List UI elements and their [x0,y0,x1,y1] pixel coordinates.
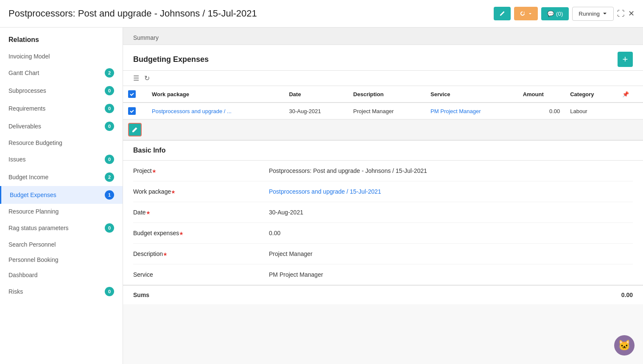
table-row: Postprocessors and upgrade / ... 30-Aug-… [123,103,643,119]
info-value-description: Project Manager [269,250,313,257]
sidebar: Relations Invoicing Model Gantt Chart 2 … [0,28,123,364]
sidebar-item-budget-expenses[interactable]: Budget Expenses 1 [0,186,123,204]
sidebar-item-dashboard[interactable]: Dashboard [0,267,123,283]
inline-edit-button[interactable] [128,123,142,136]
edit-row-cell [123,119,147,140]
edit-row-empty [147,119,643,140]
info-value-work-package[interactable]: Postprocessors and upgrade / 15-Jul-2021 [269,188,381,195]
info-row-work-package: Work package★ Postprocessors and upgrade… [133,181,633,202]
sidebar-item-personnel-booking[interactable]: Personnel Booking [0,252,123,267]
row-date: 30-Aug-2021 [284,103,348,119]
row-work-package[interactable]: Postprocessors and upgrade / ... [147,103,284,119]
comment-icon: 💬 [547,11,554,17]
sidebar-item-requirements[interactable]: Requirements 0 [0,100,123,117]
section-title: Budgeting Expenses [133,55,209,64]
edit-row [123,119,643,140]
info-value-service: PM Project Manager [269,271,323,278]
row-checkbox[interactable] [128,107,136,115]
info-value-date: 30-Aug-2021 [269,209,303,216]
col-header-date: Date [284,86,348,103]
refresh-icon[interactable]: ↻ [144,74,150,82]
col-header-amount: Amount [518,86,565,103]
col-header-work-package: Work package [147,86,284,103]
sidebar-item-search-personnel[interactable]: Search Personnel [0,237,123,252]
row-checkbox-cell[interactable] [123,103,147,119]
sums-value: 0.00 [621,292,633,298]
sidebar-item-rag-status[interactable]: Rag status parameters 0 [0,219,123,237]
comment-button[interactable]: 💬 (0) [541,7,569,20]
row-description: Project Manager [348,103,425,119]
status-label: Running [579,11,600,17]
sidebar-item-invoicing-model[interactable]: Invoicing Model [0,49,123,64]
sidebar-item-resource-budgeting[interactable]: Resource Budgeting [0,135,123,150]
row-amount: 0.00 [518,103,565,119]
add-expense-button[interactable]: + [618,52,633,67]
close-button[interactable]: ✕ [628,9,635,18]
edit-button[interactable] [494,7,511,20]
basic-info-section: Project★ Postprocessors: Post and upgrad… [123,161,643,285]
row-pin [617,103,643,119]
col-header-description: Description [348,86,425,103]
sums-label: Sums [133,292,149,298]
info-row-date: Date★ 30-Aug-2021 [133,202,633,223]
page-title: Postprocessors: Post and upgrade - Johns… [8,8,257,19]
sidebar-item-gantt-chart[interactable]: Gantt Chart 2 [0,64,123,82]
sidebar-item-resource-planning[interactable]: Resource Planning [0,204,123,219]
sidebar-item-risks[interactable]: Risks 0 [0,283,123,300]
info-row-description: Description★ Project Manager [133,244,633,264]
sidebar-item-subprocesses[interactable]: Subprocesses 0 [0,82,123,100]
status-button[interactable]: Running [572,7,614,21]
row-category: Labour [565,103,617,119]
expenses-table: Work package Date Description Service Am… [123,86,643,140]
info-row-budget-expenses: Budget expenses★ 0.00 [133,223,633,244]
section-header: Budgeting Expenses + [123,45,643,71]
basic-info-title: Basic Info [133,147,165,154]
sidebar-item-deliverables[interactable]: Deliverables 0 [0,117,123,135]
sidebar-item-issues[interactable]: Issues 0 [0,150,123,168]
row-service[interactable]: PM Project Manager [425,103,518,119]
title-bar: Postprocessors: Post and upgrade - Johns… [0,0,643,28]
info-row-service: Service PM Project Manager [133,264,633,285]
info-row-project: Project★ Postprocessors: Post and upgrad… [133,161,633,181]
sums-row: Sums 0.00 [123,285,643,304]
col-header-service: Service [425,86,518,103]
summary-header: Summary [123,28,643,45]
table-toolbar: ☰ ↻ [123,71,643,86]
comment-count: (0) [556,11,563,17]
main-layout: Relations Invoicing Model Gantt Chart 2 … [0,28,643,364]
info-value-project: Postprocessors: Post and upgrade - Johns… [269,167,427,174]
col-header-checkbox[interactable] [123,86,147,103]
menu-icon[interactable]: ☰ [133,74,139,82]
expand-button[interactable]: ⛶ [617,9,625,18]
content-area: Summary Budgeting Expenses + ☰ ↻ [123,28,643,364]
basic-info-header: Basic Info [123,140,643,161]
expenses-table-container: Work package Date Description Service Am… [123,86,643,140]
summary-label: Summary [133,34,159,41]
sidebar-item-budget-income[interactable]: Budget Income 2 [0,168,123,186]
sync-button[interactable] [514,7,538,20]
user-avatar[interactable]: 🐱 [614,335,635,356]
col-header-pin: 📌 [617,86,643,103]
info-value-budget-expenses: 0.00 [269,230,280,236]
select-all-checkbox[interactable] [128,90,136,98]
col-header-category: Category [565,86,617,103]
sidebar-title: Relations [0,28,123,49]
